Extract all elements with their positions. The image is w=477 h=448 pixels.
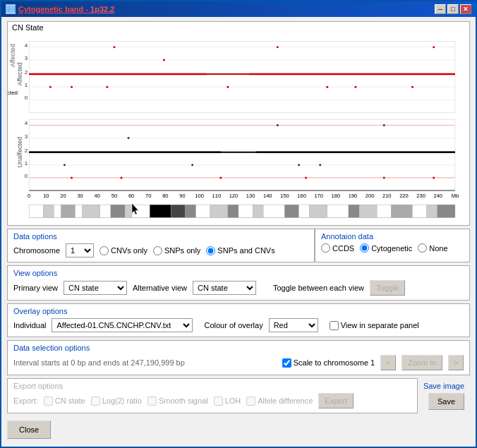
export-label: Export: bbox=[13, 396, 38, 405]
cnvs-only-radio[interactable] bbox=[99, 246, 109, 255]
log2-export-label[interactable]: Log(2) ratio bbox=[91, 396, 142, 406]
cnvs-only-label[interactable]: CNVs only bbox=[99, 246, 147, 255]
smooth-export-label[interactable]: Smooth signal bbox=[147, 396, 208, 406]
svg-text:230: 230 bbox=[416, 193, 425, 199]
svg-text:Affected: Affected bbox=[9, 44, 16, 67]
overlay-options-content: Individual Affected-01.CN5.CNCHP.CNV.txt… bbox=[13, 318, 464, 332]
export-content: Export: CN state Log(2) ratio Smooth sig… bbox=[13, 393, 411, 408]
svg-text:170: 170 bbox=[314, 193, 323, 199]
svg-rect-89 bbox=[29, 205, 43, 217]
svg-text:Mb: Mb bbox=[452, 193, 459, 199]
close-dialog-button[interactable]: Close bbox=[7, 420, 51, 439]
svg-rect-99 bbox=[150, 205, 171, 217]
loh-export-checkbox[interactable] bbox=[214, 396, 223, 406]
data-options-panel: Data options Chromosome 1 CNVs only SNPs… bbox=[7, 229, 315, 262]
chromosome-label: Chromosome bbox=[13, 246, 60, 255]
minimize-button[interactable]: ─ bbox=[435, 4, 446, 14]
svg-text:210: 210 bbox=[382, 193, 392, 199]
chart-title: CN State bbox=[8, 22, 469, 33]
zoom-right-button[interactable]: > bbox=[448, 355, 464, 370]
svg-point-60 bbox=[433, 176, 435, 178]
svg-rect-96 bbox=[111, 205, 125, 217]
svg-text:240: 240 bbox=[433, 193, 442, 199]
snps-only-radio[interactable] bbox=[153, 246, 162, 255]
zoom-left-button[interactable]: < bbox=[380, 355, 396, 370]
svg-point-49 bbox=[128, 137, 130, 139]
svg-text:0: 0 bbox=[25, 95, 28, 101]
scale-label[interactable]: Scale to chromosome 1 bbox=[282, 358, 375, 368]
cn-state-export-checkbox[interactable] bbox=[44, 396, 53, 406]
svg-text:80: 80 bbox=[162, 193, 168, 199]
view-options-panel: View options Primary view CN state Alter… bbox=[7, 265, 470, 301]
chart-svg: Affected Affected 4 3 2 1 0 bbox=[8, 33, 469, 224]
annotation-title: Annotaion data bbox=[321, 232, 464, 241]
allele-diff-export-label[interactable]: Allele difference bbox=[246, 396, 313, 406]
svg-point-22 bbox=[277, 46, 279, 48]
data-selection-content: Interval starts at 0 bp and ends at 247,… bbox=[13, 355, 464, 370]
view-options-content: Primary view CN state Alternative view C… bbox=[13, 280, 464, 296]
svg-rect-97 bbox=[125, 205, 132, 217]
allele-diff-export-checkbox[interactable] bbox=[246, 396, 255, 406]
svg-text:Affected: Affected bbox=[16, 63, 23, 86]
log2-export-checkbox[interactable] bbox=[91, 396, 100, 406]
smooth-export-checkbox[interactable] bbox=[147, 396, 157, 406]
svg-point-50 bbox=[191, 164, 193, 166]
loh-export-label[interactable]: LOH bbox=[214, 396, 241, 406]
svg-point-59 bbox=[383, 176, 385, 178]
maximize-button[interactable]: □ bbox=[447, 4, 459, 14]
svg-text:150: 150 bbox=[280, 193, 289, 199]
ccds-radio[interactable] bbox=[321, 243, 330, 253]
scale-checkbox[interactable] bbox=[282, 358, 291, 368]
svg-text:190: 190 bbox=[349, 193, 358, 199]
colour-select[interactable]: Red Green Blue bbox=[269, 318, 318, 332]
separate-panel-checkbox[interactable] bbox=[330, 321, 339, 330]
none-radio[interactable] bbox=[418, 243, 427, 253]
svg-rect-105 bbox=[238, 205, 253, 217]
individual-select[interactable]: Affected-01.CN5.CNCHP.CNV.txt bbox=[52, 318, 193, 332]
alternative-view-select[interactable]: CN state bbox=[193, 281, 256, 295]
chromosome-select[interactable]: 1 bbox=[66, 243, 94, 258]
interval-text: Interval starts at 0 bp and ends at 247,… bbox=[13, 358, 185, 367]
close-button[interactable]: ✕ bbox=[460, 4, 471, 14]
svg-rect-90 bbox=[43, 205, 54, 217]
none-label[interactable]: None bbox=[418, 243, 447, 253]
save-image-title: Save image bbox=[423, 382, 464, 390]
svg-text:Unaffected: Unaffected bbox=[16, 137, 23, 168]
svg-point-23 bbox=[355, 86, 357, 88]
svg-text:100: 100 bbox=[195, 193, 204, 199]
snps-cnvs-label[interactable]: SNPs and CNVs bbox=[206, 246, 274, 255]
ccds-label[interactable]: CCDS bbox=[321, 243, 354, 253]
alternative-view-label: Alternative view bbox=[133, 284, 187, 292]
snps-only-label[interactable]: SNPs only bbox=[153, 246, 200, 255]
overlay-options-title: Overlay options bbox=[13, 307, 464, 315]
cytogenetic-label[interactable]: Cytogenetic bbox=[360, 243, 412, 253]
svg-text:3: 3 bbox=[25, 55, 28, 61]
svg-text:1: 1 bbox=[25, 160, 28, 167]
cn-state-export-label[interactable]: CN state bbox=[44, 396, 85, 406]
svg-text:1: 1 bbox=[25, 82, 28, 88]
svg-rect-116 bbox=[413, 205, 427, 217]
snps-cnvs-radio[interactable] bbox=[206, 246, 215, 255]
svg-text:200: 200 bbox=[366, 193, 375, 199]
svg-text:20: 20 bbox=[60, 193, 66, 199]
svg-text:180: 180 bbox=[332, 193, 341, 199]
svg-rect-117 bbox=[427, 205, 437, 217]
svg-text:0: 0 bbox=[25, 173, 28, 179]
title-bar-left: Cytogenetic band - 1p32.2 bbox=[6, 4, 114, 14]
export-title: Export options bbox=[13, 382, 411, 390]
save-button[interactable]: Save bbox=[428, 393, 464, 410]
separate-panel-label[interactable]: View in separate panel bbox=[330, 321, 419, 330]
export-button[interactable]: Export bbox=[318, 393, 354, 408]
overlay-options-panel: Overlay options Individual Affected-01.C… bbox=[7, 303, 470, 337]
svg-point-53 bbox=[319, 164, 321, 166]
primary-view-select[interactable]: CN state bbox=[64, 281, 127, 295]
svg-text:3: 3 bbox=[25, 133, 28, 140]
cytogenetic-radio[interactable] bbox=[360, 243, 369, 253]
svg-text:220: 220 bbox=[399, 193, 409, 199]
svg-rect-110 bbox=[310, 205, 327, 217]
svg-point-24 bbox=[49, 86, 52, 88]
svg-rect-93 bbox=[76, 205, 83, 217]
window-title: Cytogenetic band - 1p32.2 bbox=[18, 5, 114, 13]
toggle-button[interactable]: Toggle bbox=[370, 280, 405, 296]
zoom-in-button[interactable]: Zoom in bbox=[401, 355, 442, 370]
